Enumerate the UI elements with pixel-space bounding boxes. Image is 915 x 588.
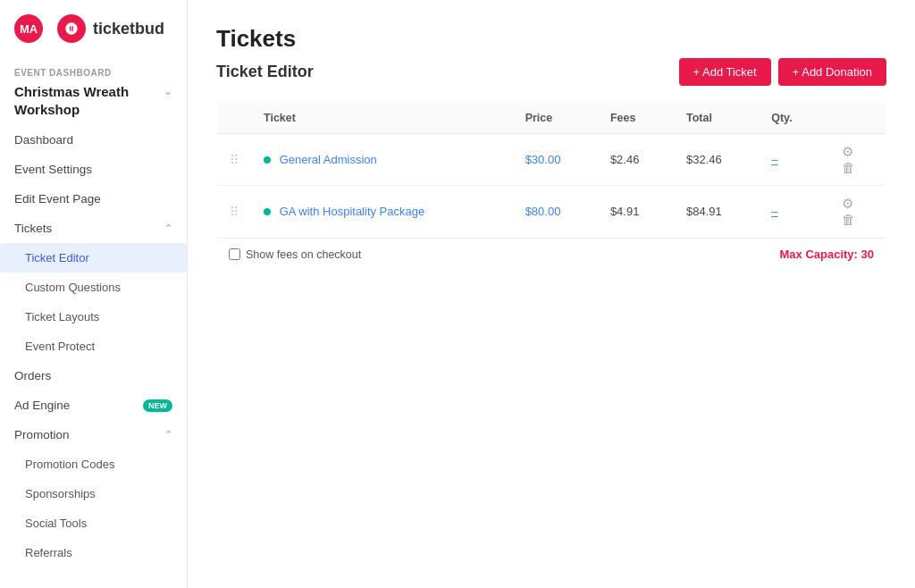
ticket-fees-cell: $2.46	[598, 134, 674, 186]
settings-icon[interactable]: ⚙	[842, 196, 853, 211]
ticket-total-cell: $32.46	[674, 134, 759, 186]
ticket-qty-cell: –	[759, 134, 823, 186]
table-footer: Show fees on checkout Max Capacity: 30	[216, 238, 886, 270]
sidebar-item-sponsorships[interactable]: Sponsorships	[0, 479, 187, 508]
table-header-row: Ticket Price Fees Total Qty.	[217, 103, 886, 134]
sidebar-item-promotion-codes[interactable]: Promotion Codes	[0, 449, 187, 479]
ticket-fees-cell: $4.91	[598, 186, 674, 238]
sidebar-item-referrals[interactable]: Referrals	[0, 538, 187, 567]
qty-value[interactable]: –	[771, 153, 777, 166]
ticket-price[interactable]: $80.00	[525, 205, 561, 218]
ticket-name-link[interactable]: GA with Hospitality Package	[280, 205, 425, 218]
section-title: Ticket Editor	[216, 63, 314, 81]
section-header: Ticket Editor + Add Ticket + Add Donatio…	[216, 58, 886, 86]
page-title: Tickets	[216, 25, 886, 53]
sidebar-item-social-tools[interactable]: Social Tools	[0, 508, 187, 538]
chevron-up-icon: ⌃	[164, 223, 172, 234]
delete-icon[interactable]: 🗑	[842, 160, 855, 175]
col-actions	[824, 103, 886, 134]
sidebar-item-ticket-layouts[interactable]: Ticket Layouts	[0, 302, 187, 332]
col-drag	[217, 103, 252, 134]
max-capacity-value: 30	[861, 248, 874, 261]
ticket-qty-cell: –	[759, 186, 823, 238]
logo-text: ticketbud	[93, 20, 164, 38]
ticket-table: Ticket Price Fees Total Qty. ⠿ General A…	[216, 102, 886, 238]
sidebar: MA ticketbud EVENT DASHBOARD Christmas W…	[0, 0, 188, 588]
ticket-name-cell: GA with Hospitality Package	[251, 186, 513, 238]
chevron-up-icon-promotion: ⌃	[164, 429, 172, 441]
sidebar-header: MA ticketbud	[0, 0, 187, 57]
sidebar-section-tickets[interactable]: Tickets ⌃	[0, 214, 187, 243]
logo-icon	[57, 14, 86, 43]
max-capacity: Max Capacity: 30	[779, 248, 874, 261]
col-fees: Fees	[598, 103, 674, 134]
col-total: Total	[674, 103, 759, 134]
ticket-actions-cell: ⚙ 🗑	[824, 186, 886, 238]
sidebar-item-custom-questions[interactable]: Custom Questions	[0, 273, 187, 302]
drag-handle-icon[interactable]: ⠿	[230, 153, 239, 167]
sidebar-section-promotion[interactable]: Promotion ⌃	[0, 420, 187, 449]
col-ticket: Ticket	[251, 103, 513, 134]
sidebar-item-ad-engine[interactable]: Ad Engine NEW	[0, 391, 187, 420]
event-dashboard-label: EVENT DASHBOARD	[14, 68, 172, 78]
event-section: EVENT DASHBOARD Christmas Wreath Worksho…	[0, 57, 187, 125]
avatar[interactable]: MA	[14, 14, 43, 43]
table-row: ⠿ General Admission $30.00 $2.46 $32.46 …	[217, 134, 886, 186]
logo: ticketbud	[57, 0, 179, 57]
status-dot-icon	[264, 156, 271, 164]
sidebar-item-event-settings[interactable]: Event Settings	[0, 155, 187, 184]
qty-value[interactable]: –	[771, 205, 777, 218]
ticket-actions-cell: ⚙ 🗑	[824, 134, 886, 186]
sidebar-item-event-protect[interactable]: Event Protect	[0, 332, 187, 361]
add-donation-button[interactable]: + Add Donation	[778, 58, 886, 86]
drag-handle-cell: ⠿	[217, 134, 252, 186]
ticket-price-cell: $80.00	[513, 186, 598, 238]
new-badge: NEW	[143, 399, 172, 412]
ticket-price-cell: $30.00	[513, 134, 598, 186]
ticket-price[interactable]: $30.00	[525, 153, 561, 166]
ticket-total-cell: $84.91	[674, 186, 759, 238]
ticket-name-cell: General Admission	[251, 134, 513, 186]
col-price: Price	[513, 103, 598, 134]
ticket-name-link[interactable]: General Admission	[280, 153, 377, 166]
action-buttons: + Add Ticket + Add Donation	[679, 58, 886, 86]
show-fees-checkbox[interactable]	[229, 248, 240, 260]
sidebar-item-dashboard[interactable]: Dashboard	[0, 125, 187, 155]
main-content: Tickets Ticket Editor + Add Ticket + Add…	[188, 0, 915, 588]
col-qty: Qty.	[759, 103, 823, 134]
add-ticket-button[interactable]: + Add Ticket	[679, 58, 771, 86]
sidebar-item-edit-event-page[interactable]: Edit Event Page	[0, 184, 187, 214]
drag-handle-icon[interactable]: ⠿	[230, 205, 239, 219]
delete-icon[interactable]: 🗑	[842, 212, 855, 227]
chevron-down-icon[interactable]: ⌄	[164, 85, 172, 97]
show-fees-label[interactable]: Show fees on checkout	[229, 248, 361, 261]
event-name-row: Christmas Wreath Workshop ⌄	[14, 83, 172, 118]
table-row: ⠿ GA with Hospitality Package $80.00 $4.…	[217, 186, 886, 238]
sidebar-item-ticket-editor[interactable]: Ticket Editor	[0, 243, 187, 273]
sidebar-nav: Dashboard Event Settings Edit Event Page…	[0, 125, 187, 567]
settings-icon[interactable]: ⚙	[842, 144, 853, 159]
sidebar-item-orders[interactable]: Orders	[0, 361, 187, 391]
status-dot-icon	[264, 208, 271, 215]
event-name: Christmas Wreath Workshop	[14, 83, 164, 118]
drag-handle-cell: ⠿	[217, 186, 252, 238]
